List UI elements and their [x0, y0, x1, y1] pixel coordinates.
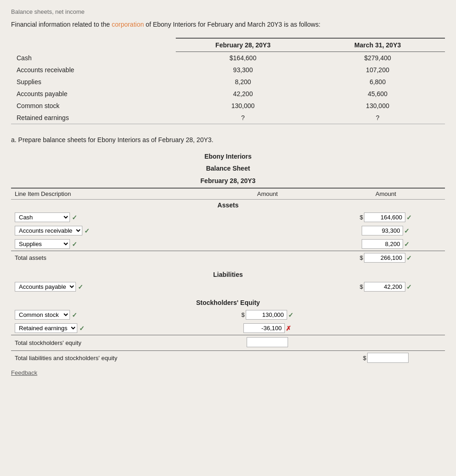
- dollar-sign: $: [363, 355, 366, 361]
- bs-row-ar: Accounts receivable ✓ ✓: [11, 224, 445, 237]
- cash-val-check-icon: ✓: [406, 214, 412, 221]
- cash-input[interactable]: [364, 212, 405, 222]
- total-assets-input[interactable]: [364, 253, 405, 263]
- feedback-link[interactable]: Feedback: [11, 369, 445, 376]
- intro-text: Financial information related to the cor…: [11, 20, 445, 29]
- re-error-icon: ✗: [286, 325, 291, 332]
- row-mar-val: 107,200: [310, 64, 445, 76]
- ar-val-check-icon: ✓: [404, 227, 410, 235]
- total-liab-equity-amount2: $: [327, 351, 445, 365]
- equity-label: Stockholders' Equity: [11, 297, 445, 308]
- bs-row-ap: Accounts payable ✓ $ ✓: [11, 280, 445, 293]
- total-equity-amount2: [327, 335, 445, 351]
- re-check-icon: ✓: [79, 325, 85, 332]
- ar-select[interactable]: Accounts receivable: [15, 226, 82, 235]
- cs-val-check-icon: ✓: [288, 311, 294, 319]
- total-equity-input[interactable]: [247, 337, 288, 347]
- dollar-sign: $: [360, 283, 363, 290]
- liabilities-label: Liabilities: [11, 269, 445, 280]
- cs-dropdown-cell: Common stock ✓: [11, 308, 208, 321]
- row-label: Retained earnings: [11, 112, 176, 124]
- row-mar-val: ?: [310, 112, 445, 124]
- row-label: Supplies: [11, 76, 176, 88]
- bs-date: February 28, 20Y3: [11, 176, 445, 186]
- row-feb-val: 8,200: [176, 76, 311, 88]
- spacer-row: [11, 264, 445, 269]
- ap-val-check-icon: ✓: [406, 283, 412, 291]
- row-feb-val: ?: [176, 112, 311, 124]
- supplies-input[interactable]: [362, 239, 403, 249]
- financial-table: February 28, 20Y3 March 31, 20Y3 Cash $1…: [11, 38, 445, 124]
- row-mar-val: 6,800: [310, 76, 445, 88]
- bs-row-total-equity: Total stockholders' equity: [11, 335, 445, 351]
- row-mar-val: $279,400: [310, 52, 445, 64]
- table-row: Supplies 8,200 6,800: [11, 76, 445, 88]
- cash-select[interactable]: Cash: [15, 212, 70, 222]
- table-row: Cash $164,600 $279,400: [11, 52, 445, 64]
- bs-row-retained-earnings: Retained earnings ✓ ✗: [11, 321, 445, 335]
- ar-input[interactable]: [362, 226, 403, 235]
- ap-dropdown-cell: Accounts payable ✓: [11, 280, 208, 293]
- row-feb-val: $164,600: [176, 52, 311, 64]
- ap-input[interactable]: [364, 282, 405, 292]
- cash-dropdown-cell: Cash ✓: [11, 211, 208, 224]
- bs-title: Balance Sheet: [11, 163, 445, 173]
- total-assets-check-icon: ✓: [406, 254, 412, 262]
- balance-sheet-container: Ebony Interiors Balance Sheet February 2…: [11, 151, 445, 365]
- row-mar-val: 45,600: [310, 88, 445, 100]
- total-equity-amount1: [208, 335, 327, 351]
- table-row: Accounts payable 42,200 45,600: [11, 88, 445, 100]
- dollar-sign: $: [242, 311, 245, 318]
- row-label: Common stock: [11, 100, 176, 112]
- cs-amount1: $ ✓: [208, 308, 327, 321]
- col-amt2-header: Amount: [327, 188, 445, 200]
- row-feb-val: 42,200: [176, 88, 311, 100]
- supplies-amount1: [208, 237, 327, 251]
- re-dropdown-cell: Retained earnings ✓: [11, 321, 208, 335]
- re-amount2: [327, 321, 445, 335]
- page-title: Balance sheets, net income: [11, 8, 445, 15]
- spacer-row: [11, 293, 445, 297]
- assets-label: Assets: [11, 200, 445, 211]
- liabilities-section-row: Liabilities: [11, 269, 445, 280]
- re-input[interactable]: [243, 323, 285, 333]
- supplies-val-check-icon: ✓: [404, 241, 410, 248]
- row-feb-val: 130,000: [176, 100, 311, 112]
- bs-row-total-assets: Total assets $ ✓: [11, 251, 445, 265]
- row-label: Accounts payable: [11, 88, 176, 100]
- corporation-link[interactable]: corporation: [112, 21, 144, 28]
- total-equity-label: Total stockholders' equity: [11, 335, 208, 351]
- bs-row-total-liab-equity: Total liabilities and stockholders' equi…: [11, 351, 445, 365]
- ap-amount1: [208, 280, 327, 293]
- row-label: Accounts receivable: [11, 64, 176, 76]
- bs-row-common-stock: Common stock ✓ $ ✓: [11, 308, 445, 321]
- row-mar-val: 130,000: [310, 100, 445, 112]
- dollar-sign: $: [360, 254, 363, 261]
- col-amt1-header: Amount: [208, 188, 327, 200]
- bs-row-supplies: Supplies ✓ ✓: [11, 237, 445, 251]
- row-feb-val: 93,300: [176, 64, 311, 76]
- ap-select[interactable]: Accounts payable: [15, 282, 76, 292]
- section-a-label: a. Prepare balance sheets for Ebony Inte…: [11, 135, 445, 145]
- total-liab-equity-input[interactable]: [367, 353, 409, 363]
- total-assets-amount2: $ ✓: [327, 251, 445, 265]
- total-assets-amount1: [208, 251, 327, 265]
- ar-amount1: [208, 224, 327, 237]
- ap-amount2: $ ✓: [327, 280, 445, 293]
- ar-check-icon: ✓: [84, 227, 90, 235]
- assets-section-row: Assets: [11, 200, 445, 211]
- cs-input[interactable]: [246, 310, 287, 320]
- bs-row-cash: Cash ✓ $ ✓: [11, 211, 445, 224]
- cs-check-icon: ✓: [72, 311, 77, 319]
- col-feb: February 28, 20Y3: [176, 38, 311, 52]
- ar-amount2: ✓: [327, 224, 445, 237]
- cs-amount2: [327, 308, 445, 321]
- supplies-select[interactable]: Supplies: [15, 239, 70, 249]
- total-liab-equity-amount1: [208, 351, 327, 365]
- dollar-sign: $: [360, 214, 363, 221]
- re-select[interactable]: Retained earnings: [15, 323, 77, 333]
- cs-select[interactable]: Common stock: [15, 310, 70, 320]
- cash-amount1: [208, 211, 327, 224]
- ap-check-icon: ✓: [78, 283, 83, 291]
- re-amount1: ✗: [208, 321, 327, 335]
